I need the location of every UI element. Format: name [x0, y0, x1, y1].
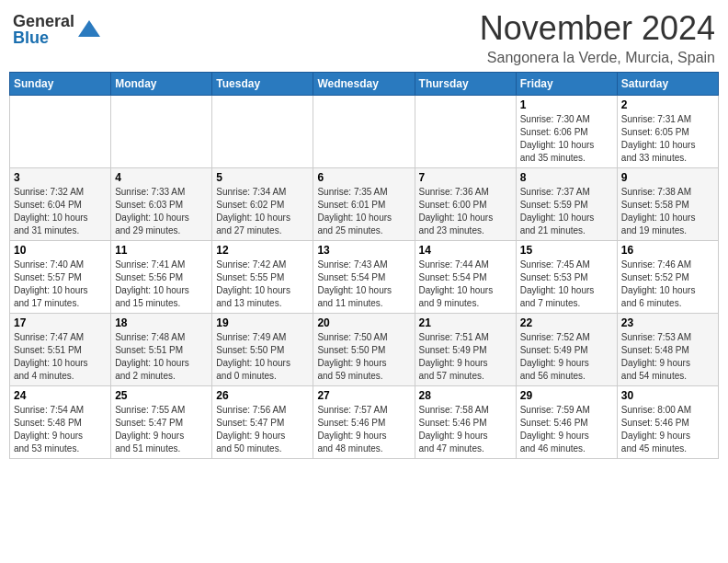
calendar-week-row: 17Sunrise: 7:47 AM Sunset: 5:51 PM Dayli… [10, 314, 719, 386]
calendar-cell: 10Sunrise: 7:40 AM Sunset: 5:57 PM Dayli… [10, 241, 111, 314]
calendar-cell: 12Sunrise: 7:42 AM Sunset: 5:55 PM Dayli… [212, 241, 313, 314]
logo-icon [76, 17, 102, 42]
calendar-week-row: 1Sunrise: 7:30 AM Sunset: 6:06 PM Daylig… [10, 96, 719, 168]
day-info: Sunrise: 7:50 AM Sunset: 5:50 PM Dayligh… [317, 331, 410, 383]
calendar-cell: 24Sunrise: 7:54 AM Sunset: 5:48 PM Dayli… [10, 386, 111, 459]
day-number: 18 [115, 316, 208, 329]
weekday-header-monday: Monday [111, 73, 212, 96]
calendar-week-row: 3Sunrise: 7:32 AM Sunset: 6:04 PM Daylig… [10, 168, 719, 241]
day-info: Sunrise: 7:38 AM Sunset: 5:58 PM Dayligh… [621, 186, 714, 237]
page-header: General Blue November 2024 Sangonera la … [9, 9, 719, 66]
day-number: 28 [419, 389, 512, 402]
day-info: Sunrise: 7:58 AM Sunset: 5:46 PM Dayligh… [419, 404, 512, 455]
calendar-cell: 27Sunrise: 7:57 AM Sunset: 5:46 PM Dayli… [313, 386, 415, 459]
day-number: 2 [621, 98, 714, 111]
calendar-table: SundayMondayTuesdayWednesdayThursdayFrid… [9, 72, 719, 459]
day-number: 17 [14, 316, 107, 329]
logo-blue-text: Blue [13, 29, 74, 46]
calendar-cell: 16Sunrise: 7:46 AM Sunset: 5:52 PM Dayli… [617, 241, 718, 314]
day-number: 30 [621, 389, 714, 402]
day-number: 4 [115, 171, 208, 184]
day-info: Sunrise: 7:35 AM Sunset: 6:01 PM Dayligh… [317, 186, 410, 237]
calendar-cell: 29Sunrise: 7:59 AM Sunset: 5:46 PM Dayli… [516, 386, 617, 459]
day-info: Sunrise: 7:43 AM Sunset: 5:54 PM Dayligh… [317, 259, 410, 310]
calendar-cell: 11Sunrise: 7:41 AM Sunset: 5:56 PM Dayli… [111, 241, 212, 314]
calendar-cell [313, 96, 415, 168]
weekday-header-sunday: Sunday [10, 73, 111, 96]
calendar-cell [415, 96, 516, 168]
calendar-cell: 18Sunrise: 7:48 AM Sunset: 5:51 PM Dayli… [111, 314, 212, 386]
svg-marker-0 [78, 20, 100, 37]
calendar-cell: 13Sunrise: 7:43 AM Sunset: 5:54 PM Dayli… [313, 241, 415, 314]
day-info: Sunrise: 7:57 AM Sunset: 5:46 PM Dayligh… [317, 404, 410, 455]
day-info: Sunrise: 7:34 AM Sunset: 6:02 PM Dayligh… [216, 186, 309, 237]
day-number: 16 [621, 244, 714, 257]
calendar-cell: 21Sunrise: 7:51 AM Sunset: 5:49 PM Dayli… [415, 314, 516, 386]
logo: General Blue [13, 13, 102, 46]
day-info: Sunrise: 7:41 AM Sunset: 5:56 PM Dayligh… [115, 259, 208, 310]
day-number: 19 [216, 316, 309, 329]
calendar-cell: 26Sunrise: 7:56 AM Sunset: 5:47 PM Dayli… [212, 386, 313, 459]
day-info: Sunrise: 7:54 AM Sunset: 5:48 PM Dayligh… [14, 404, 107, 455]
calendar-cell: 22Sunrise: 7:52 AM Sunset: 5:49 PM Dayli… [516, 314, 617, 386]
day-info: Sunrise: 7:59 AM Sunset: 5:46 PM Dayligh… [520, 404, 613, 455]
day-number: 27 [317, 389, 410, 402]
day-info: Sunrise: 7:48 AM Sunset: 5:51 PM Dayligh… [115, 331, 208, 383]
weekday-header-row: SundayMondayTuesdayWednesdayThursdayFrid… [10, 73, 719, 96]
calendar-cell: 7Sunrise: 7:36 AM Sunset: 6:00 PM Daylig… [415, 168, 516, 241]
calendar-cell: 15Sunrise: 7:45 AM Sunset: 5:53 PM Dayli… [516, 241, 617, 314]
calendar-week-row: 24Sunrise: 7:54 AM Sunset: 5:48 PM Dayli… [10, 386, 719, 459]
day-number: 15 [520, 244, 613, 257]
day-info: Sunrise: 7:42 AM Sunset: 5:55 PM Dayligh… [216, 259, 309, 310]
day-number: 21 [419, 316, 512, 329]
day-info: Sunrise: 7:31 AM Sunset: 6:05 PM Dayligh… [621, 113, 714, 165]
day-number: 11 [115, 244, 208, 257]
day-number: 26 [216, 389, 309, 402]
calendar-cell [10, 96, 111, 168]
weekday-header-friday: Friday [516, 73, 617, 96]
day-info: Sunrise: 7:52 AM Sunset: 5:49 PM Dayligh… [520, 331, 613, 383]
day-info: Sunrise: 7:37 AM Sunset: 5:59 PM Dayligh… [520, 186, 613, 237]
day-number: 12 [216, 244, 309, 257]
day-info: Sunrise: 7:45 AM Sunset: 5:53 PM Dayligh… [520, 259, 613, 310]
day-number: 20 [317, 316, 410, 329]
calendar-cell: 2Sunrise: 7:31 AM Sunset: 6:05 PM Daylig… [617, 96, 718, 168]
location-title: Sangonera la Verde, Murcia, Spain [480, 50, 715, 66]
day-number: 25 [115, 389, 208, 402]
day-number: 24 [14, 389, 107, 402]
day-number: 29 [520, 389, 613, 402]
weekday-header-wednesday: Wednesday [313, 73, 415, 96]
day-info: Sunrise: 7:44 AM Sunset: 5:54 PM Dayligh… [419, 259, 512, 310]
title-block: November 2024 Sangonera la Verde, Murcia… [480, 9, 715, 66]
day-number: 14 [419, 244, 512, 257]
weekday-header-thursday: Thursday [415, 73, 516, 96]
day-number: 22 [520, 316, 613, 329]
day-number: 13 [317, 244, 410, 257]
day-number: 6 [317, 171, 410, 184]
day-number: 1 [520, 98, 613, 111]
calendar-cell: 1Sunrise: 7:30 AM Sunset: 6:06 PM Daylig… [516, 96, 617, 168]
calendar-week-row: 10Sunrise: 7:40 AM Sunset: 5:57 PM Dayli… [10, 241, 719, 314]
calendar-cell [111, 96, 212, 168]
day-info: Sunrise: 7:30 AM Sunset: 6:06 PM Dayligh… [520, 113, 613, 165]
calendar-cell: 9Sunrise: 7:38 AM Sunset: 5:58 PM Daylig… [617, 168, 718, 241]
calendar-cell: 17Sunrise: 7:47 AM Sunset: 5:51 PM Dayli… [10, 314, 111, 386]
calendar-cell: 30Sunrise: 8:00 AM Sunset: 5:46 PM Dayli… [617, 386, 718, 459]
day-info: Sunrise: 8:00 AM Sunset: 5:46 PM Dayligh… [621, 404, 714, 455]
calendar-cell [212, 96, 313, 168]
calendar-cell: 4Sunrise: 7:33 AM Sunset: 6:03 PM Daylig… [111, 168, 212, 241]
day-number: 23 [621, 316, 714, 329]
calendar-cell: 20Sunrise: 7:50 AM Sunset: 5:50 PM Dayli… [313, 314, 415, 386]
weekday-header-saturday: Saturday [617, 73, 718, 96]
day-number: 10 [14, 244, 107, 257]
day-number: 7 [419, 171, 512, 184]
weekday-header-tuesday: Tuesday [212, 73, 313, 96]
calendar-cell: 14Sunrise: 7:44 AM Sunset: 5:54 PM Dayli… [415, 241, 516, 314]
day-info: Sunrise: 7:55 AM Sunset: 5:47 PM Dayligh… [115, 404, 208, 455]
day-info: Sunrise: 7:33 AM Sunset: 6:03 PM Dayligh… [115, 186, 208, 237]
day-info: Sunrise: 7:40 AM Sunset: 5:57 PM Dayligh… [14, 259, 107, 310]
day-info: Sunrise: 7:32 AM Sunset: 6:04 PM Dayligh… [14, 186, 107, 237]
calendar-cell: 5Sunrise: 7:34 AM Sunset: 6:02 PM Daylig… [212, 168, 313, 241]
calendar-cell: 8Sunrise: 7:37 AM Sunset: 5:59 PM Daylig… [516, 168, 617, 241]
day-number: 5 [216, 171, 309, 184]
